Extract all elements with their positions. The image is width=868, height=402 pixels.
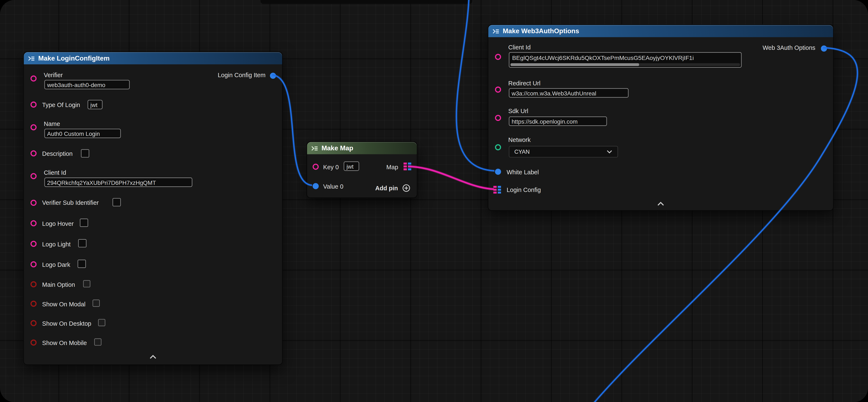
- show-on-mobile-checkbox[interactable]: [94, 339, 101, 346]
- main-option-label: Main Option: [42, 281, 75, 288]
- client-id-input[interactable]: [44, 177, 192, 187]
- show-on-mobile-pin[interactable]: [30, 340, 36, 346]
- verifier-label: Verifier: [44, 71, 63, 79]
- login-config-pin[interactable]: [493, 186, 501, 194]
- description-pin[interactable]: [30, 150, 36, 156]
- client-id-scrollbar[interactable]: [510, 63, 740, 66]
- description-input[interactable]: [81, 149, 89, 158]
- node-header[interactable]: Make LoginConfigItem: [24, 52, 282, 64]
- client-id-pin[interactable]: [30, 173, 36, 179]
- collapse-chevron-icon[interactable]: [149, 354, 157, 360]
- logo-light-label: Logo Light: [42, 240, 71, 248]
- wire-map-to-login-config[interactable]: [408, 167, 494, 189]
- node-make-login-config-item[interactable]: Make LoginConfigItem Login Config Item V…: [23, 52, 283, 365]
- redirect-url-pin[interactable]: [495, 87, 501, 93]
- logo-dark-pin[interactable]: [30, 261, 36, 267]
- type-of-login-input[interactable]: [88, 100, 102, 109]
- map-output-label: Map: [386, 163, 398, 171]
- wire-glow: [408, 167, 494, 189]
- show-on-desktop-pin[interactable]: [30, 320, 36, 326]
- redirect-url-input[interactable]: [509, 88, 628, 98]
- redirect-url-label: Redirect Url: [508, 79, 540, 87]
- logo-light-input[interactable]: [78, 239, 87, 248]
- blueprint-graph: Make LoginConfigItem Login Config Item V…: [0, 0, 868, 402]
- add-pin-icon[interactable]: [402, 184, 410, 192]
- client-id-label: Client Id: [44, 169, 66, 176]
- add-pin-label[interactable]: Add pin: [375, 184, 398, 192]
- network-dropdown[interactable]: CYAN: [509, 146, 618, 157]
- sdk-url-input[interactable]: [509, 116, 607, 126]
- type-of-login-label: Type Of Login: [42, 101, 80, 109]
- output-pin-label: Login Config Item: [218, 71, 265, 79]
- verifier-sub-identifier-input[interactable]: [113, 198, 121, 206]
- logo-hover-input[interactable]: [80, 219, 88, 227]
- value-0-pin[interactable]: [313, 183, 319, 189]
- logo-hover-pin[interactable]: [30, 220, 36, 226]
- name-input[interactable]: [44, 129, 121, 138]
- show-on-modal-label: Show On Modal: [42, 300, 86, 308]
- logo-dark-label: Logo Dark: [42, 261, 70, 268]
- logo-dark-input[interactable]: [78, 260, 86, 268]
- sdk-url-label: Sdk Url: [508, 107, 528, 115]
- description-label: Description: [42, 150, 73, 157]
- client-id-pin[interactable]: [495, 54, 501, 60]
- node-title: Make LoginConfigItem: [38, 54, 110, 62]
- node-title: Make Web3AuthOptions: [503, 27, 579, 35]
- client-id-value: BEglQSgt4cUWcj6SKRdu5QkOXTsePmMcusG5EAoy…: [509, 53, 741, 61]
- web3auth-options-output-pin[interactable]: [821, 46, 827, 52]
- client-id-scrollbar-thumb[interactable]: [510, 63, 639, 66]
- output-pin-label: Web 3Auth Options: [763, 44, 815, 52]
- node-make-web3auth-options[interactable]: Make Web3AuthOptions Web 3Auth Options C…: [488, 24, 834, 211]
- node-make-map[interactable]: Make Map Key 0 Map Value 0 Add pin: [307, 142, 417, 198]
- make-map-icon: [311, 144, 318, 151]
- chevron-down-icon: [607, 150, 613, 153]
- key-0-input[interactable]: [344, 162, 359, 171]
- network-pin[interactable]: [495, 144, 501, 150]
- node-header[interactable]: Make Web3AuthOptions: [488, 25, 833, 37]
- node-title: Make Map: [321, 144, 353, 152]
- verifier-pin[interactable]: [30, 76, 36, 82]
- name-label: Name: [44, 120, 60, 127]
- network-label: Network: [508, 136, 531, 144]
- login-config-label: Login Config: [507, 186, 541, 194]
- offscreen-node-edge: [260, 0, 472, 4]
- sdk-url-pin[interactable]: [495, 115, 501, 121]
- show-on-desktop-label: Show On Desktop: [42, 320, 91, 327]
- client-id-label: Client Id: [508, 43, 531, 51]
- network-selected-value: CYAN: [515, 149, 530, 155]
- map-output-pin[interactable]: [404, 163, 411, 170]
- show-on-modal-checkbox[interactable]: [93, 299, 100, 307]
- node-header[interactable]: Make Map: [307, 142, 417, 154]
- value-0-label: Value 0: [323, 182, 343, 190]
- main-option-checkbox[interactable]: [83, 280, 90, 287]
- logo-light-pin[interactable]: [30, 241, 36, 247]
- client-id-input[interactable]: BEglQSgt4cUWcj6SKRdu5QkOXTsePmMcusG5EAoy…: [509, 52, 742, 68]
- login-config-item-output-pin[interactable]: [270, 73, 276, 79]
- white-label-label: White Label: [507, 168, 539, 176]
- white-label-pin[interactable]: [495, 169, 501, 175]
- show-on-modal-pin[interactable]: [30, 301, 36, 307]
- logo-hover-label: Logo Hover: [42, 220, 74, 228]
- collapse-chevron-icon[interactable]: [657, 201, 665, 206]
- show-on-desktop-checkbox[interactable]: [98, 319, 105, 326]
- verifier-sub-identifier-pin[interactable]: [30, 200, 36, 206]
- verifier-input[interactable]: [44, 80, 130, 89]
- verifier-sub-identifier-label: Verifier Sub Identifier: [42, 199, 99, 206]
- show-on-mobile-label: Show On Mobile: [42, 339, 87, 347]
- name-pin[interactable]: [30, 124, 36, 131]
- graph-canvas[interactable]: Make LoginConfigItem Login Config Item V…: [0, 0, 868, 402]
- type-of-login-pin[interactable]: [30, 102, 36, 108]
- key-0-label: Key 0: [323, 163, 339, 171]
- make-struct-icon: [28, 55, 35, 62]
- make-struct-icon: [492, 28, 499, 35]
- main-option-pin[interactable]: [30, 281, 36, 287]
- key-0-pin[interactable]: [313, 164, 319, 170]
